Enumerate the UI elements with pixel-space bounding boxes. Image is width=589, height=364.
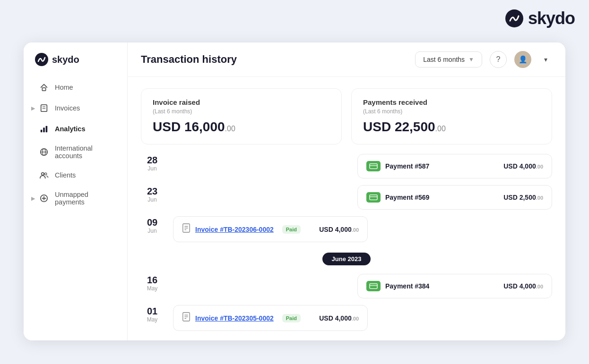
entries-23-jun: Payment #569 USD 2,500.00 — [173, 185, 552, 210]
payment-card-384[interactable]: Payment #384 USD 4,000.00 — [357, 274, 552, 298]
sidebar-item-international[interactable]: International accounts — [27, 140, 123, 164]
avatar[interactable]: 👤 — [514, 51, 531, 68]
svg-rect-8 — [46, 126, 48, 133]
sidebar-item-label-home: Home — [55, 84, 73, 91]
sidebar: skydo Home ▶ Invoices Analytics — [24, 42, 128, 340]
sidebar-item-home[interactable]: Home — [27, 77, 123, 97]
invoice-202306-amount: USD 4,000.00 — [319, 226, 359, 233]
invoice-raised-amount: USD 16,000.00 — [153, 119, 330, 135]
sidebar-item-invoices[interactable]: ▶ Invoices — [27, 98, 123, 118]
invoice-202305-link[interactable]: Invoice #TB-202305-0002 — [195, 314, 274, 322]
table-row: 01 May Invoice #TB-202305-0002 Paid U — [141, 305, 552, 331]
help-button[interactable]: ? — [490, 51, 507, 68]
content-area: Invoice raised (Last 6 months) USD 16,00… — [128, 77, 565, 340]
top-logo: skydo — [505, 8, 575, 28]
stats-row: Invoice raised (Last 6 months) USD 16,00… — [141, 88, 552, 144]
sidebar-logo-icon — [35, 53, 48, 66]
svg-rect-2 — [42, 88, 45, 91]
date-01-may: 01 May — [141, 305, 164, 323]
paid-badge-202305: Paid — [282, 314, 301, 322]
payment-card-587[interactable]: Payment #587 USD 4,000.00 — [357, 154, 552, 178]
payment-icon-569 — [366, 192, 381, 203]
invoice-doc-icon — [182, 223, 191, 235]
table-row: 09 Jun Invoice #TB-202306-0002 Paid U — [141, 216, 552, 242]
svg-rect-18 — [370, 165, 377, 166]
table-row: 23 Jun Payment #569 USD 2,500.00 — [141, 185, 552, 210]
payments-received-card: Payments received (Last 6 months) USD 22… — [351, 88, 552, 144]
table-row: 16 May Payment #384 USD 4,000.00 — [141, 274, 552, 298]
app-container: skydo Home ▶ Invoices Analytics — [24, 42, 565, 340]
date-23-jun: 23 Jun — [141, 185, 164, 203]
payment-587-label: Payment #587 — [385, 162, 429, 170]
sidebar-item-analytics[interactable]: Analytics — [27, 119, 123, 139]
entries-01-may: Invoice #TB-202305-0002 Paid USD 4,000.0… — [173, 305, 552, 331]
date-28-jun: 28 Jun — [141, 154, 164, 172]
transaction-list: 28 Jun Payment #587 USD 4,000.00 — [141, 154, 552, 338]
top-logo-bar: skydo — [0, 0, 589, 37]
sidebar-item-label-clients: Clients — [55, 171, 76, 179]
payment-587-amount: USD 4,000.00 — [503, 162, 543, 170]
payments-received-sublabel: (Last 6 months) — [363, 108, 540, 115]
svg-rect-26 — [370, 285, 377, 286]
svg-rect-20 — [370, 196, 377, 197]
paid-badge-202306: Paid — [282, 225, 301, 234]
home-icon — [39, 82, 49, 93]
main-header: Transaction history Last 6 months ▼ ? 👤 … — [128, 42, 565, 77]
sidebar-item-unmapped[interactable]: ▶ Unmapped payments — [27, 186, 123, 211]
svg-rect-7 — [43, 127, 45, 132]
payment-card-569[interactable]: Payment #569 USD 2,500.00 — [357, 185, 552, 210]
entries-28-jun: Payment #587 USD 4,000.00 — [173, 154, 552, 178]
invoice-raised-sublabel: (Last 6 months) — [153, 108, 330, 115]
svg-point-13 — [44, 173, 47, 175]
sidebar-item-label-unmapped: Unmapped payments — [55, 191, 112, 206]
entries-16-may: Payment #384 USD 4,000.00 — [173, 274, 552, 298]
sidebar-item-label-analytics: Analytics — [55, 125, 85, 133]
sidebar-logo: skydo — [24, 53, 127, 76]
chevron-down-icon: ▾ — [544, 56, 547, 63]
invoice-icon — [39, 103, 49, 113]
payment-icon-587 — [366, 161, 381, 171]
help-icon: ? — [496, 55, 501, 64]
page-title: Transaction history — [141, 53, 237, 66]
invoice-doc-icon-2 — [182, 312, 191, 324]
date-16-may: 16 May — [141, 274, 164, 292]
svg-rect-6 — [41, 130, 43, 132]
invoice-card-202306-0002[interactable]: Invoice #TB-202306-0002 Paid USD 4,000.0… — [173, 216, 368, 242]
invoice-202305-amount: USD 4,000.00 — [319, 314, 359, 322]
sidebar-item-clients[interactable]: Clients — [27, 165, 123, 185]
month-badge: June 2023 — [322, 253, 371, 265]
payments-received-amount: USD 22,500.00 — [363, 119, 540, 135]
invoice-raised-label: Invoice raised — [153, 98, 330, 106]
globe-icon — [39, 147, 49, 157]
user-menu-chevron[interactable]: ▾ — [539, 53, 552, 66]
sidebar-item-label-international: International accounts — [55, 144, 112, 160]
filter-label: Last 6 months — [423, 56, 465, 63]
sidebar-logo-text: skydo — [52, 54, 79, 65]
avatar-initials: 👤 — [519, 55, 528, 64]
payment-569-label: Payment #569 — [385, 194, 429, 201]
sidebar-item-label-invoices: Invoices — [55, 104, 80, 112]
dropdown-chevron-icon: ▼ — [468, 56, 474, 63]
entries-09-jun: Invoice #TB-202306-0002 Paid USD 4,000.0… — [173, 216, 552, 242]
unmapped-icon — [39, 193, 49, 203]
filter-dropdown[interactable]: Last 6 months ▼ — [415, 51, 482, 68]
table-row: 28 Jun Payment #587 USD 4,000.00 — [141, 154, 552, 178]
payment-384-label: Payment #384 — [385, 282, 429, 290]
svg-point-12 — [42, 173, 44, 175]
invoice-raised-card: Invoice raised (Last 6 months) USD 16,00… — [141, 88, 342, 144]
main-content: Transaction history Last 6 months ▼ ? 👤 … — [128, 42, 565, 340]
analytics-icon — [39, 124, 49, 134]
chevron-icon-invoices: ▶ — [31, 105, 35, 111]
invoice-card-202305-0002[interactable]: Invoice #TB-202305-0002 Paid USD 4,000.0… — [173, 305, 368, 331]
invoice-202306-link[interactable]: Invoice #TB-202306-0002 — [195, 226, 274, 233]
skydo-logo-icon — [505, 9, 523, 27]
clients-icon — [39, 170, 49, 180]
payments-received-label: Payments received — [363, 98, 540, 106]
top-logo-text: skydo — [528, 8, 575, 28]
payment-569-amount: USD 2,500.00 — [503, 194, 543, 201]
chevron-icon-unmapped: ▶ — [31, 195, 35, 202]
svg-rect-3 — [41, 105, 47, 111]
payment-384-amount: USD 4,000.00 — [503, 282, 543, 290]
date-09-jun: 09 Jun — [141, 216, 164, 234]
header-actions: Last 6 months ▼ ? 👤 ▾ — [415, 51, 552, 68]
